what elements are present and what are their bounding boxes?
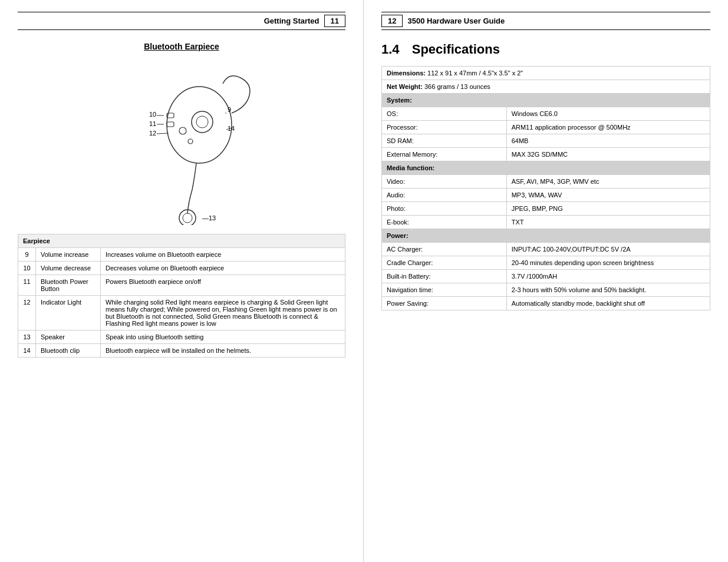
- system-header-row: System:: [382, 94, 710, 107]
- row-name: Speaker: [36, 330, 101, 344]
- row-name: Volume increase: [36, 248, 101, 262]
- row-name: Bluetooth Power Button: [36, 275, 101, 296]
- svg-point-2: [196, 116, 208, 128]
- left-header: Getting Started 11: [18, 12, 345, 30]
- left-page-number: 11: [324, 15, 345, 27]
- earpiece-row: 12 Indicator Light While charging solid …: [18, 296, 345, 330]
- right-page: 12 3500 Hardware User Guide 1.4 Specific…: [364, 0, 728, 562]
- system-header-cell: System:: [382, 94, 710, 107]
- earpiece-diagram: 10 11 12 9 14 —13: [18, 60, 345, 225]
- svg-text:12: 12: [149, 130, 156, 137]
- earpiece-row: 14 Bluetooth clip Bluetooth earpiece wil…: [18, 344, 345, 358]
- spec-table: Dimensions: 112 x 91 x 47mm / 4.5"x 3.5"…: [381, 66, 710, 310]
- left-header-title: Getting Started: [264, 16, 319, 25]
- spec-label: Power Saving:: [382, 297, 507, 310]
- row-num: 11: [18, 275, 36, 296]
- svg-text:—13: —13: [202, 214, 216, 222]
- spec-value: 20-40 minutes depending upon screen brig…: [506, 256, 710, 270]
- row-description: Bluetooth earpiece will be installed on …: [101, 344, 345, 358]
- svg-point-0: [167, 87, 232, 163]
- row-name: Indicator Light: [36, 296, 101, 330]
- spec-data-row: E-book: TXT: [382, 216, 710, 229]
- row-description: While charging solid Red light means ear…: [101, 296, 345, 330]
- dimensions-cell: Dimensions: 112 x 91 x 47mm / 4.5"x 3.5"…: [382, 67, 710, 80]
- spec-value: ASF, AVI, MP4, 3GP, WMV etc: [506, 175, 710, 189]
- spec-label: E-book:: [382, 216, 507, 229]
- right-page-number: 12: [381, 15, 403, 27]
- svg-point-6: [188, 139, 193, 144]
- row-name: Bluetooth clip: [36, 344, 101, 358]
- row-description: Increases volume on Bluetooth earpiece: [101, 248, 345, 262]
- dimensions-value: 112 x 91 x 47mm / 4.5"x 3.5" x 2": [427, 70, 523, 77]
- spec-value: INPUT:AC 100-240V,OUTPUT:DC 5V /2A: [506, 243, 710, 256]
- spec-label: Video:: [382, 175, 507, 189]
- spec-heading: 1.4 Specifications: [381, 42, 710, 57]
- spec-title: Specifications: [412, 42, 500, 57]
- weight-label: Net Weight:: [387, 83, 423, 90]
- spec-data-row: Video: ASF, AVI, MP4, 3GP, WMV etc: [382, 175, 710, 189]
- row-num: 13: [18, 330, 36, 344]
- earpiece-table-header-row: Earpiece: [18, 234, 345, 248]
- earpiece-row: 11 Bluetooth Power Button Powers Bluetoo…: [18, 275, 345, 296]
- svg-line-14: [157, 133, 169, 134]
- spec-value: ARM11 application processor @ 500MHz: [506, 121, 710, 134]
- power-header-cell: Power:: [382, 229, 710, 243]
- earpiece-table: Earpiece 9 Volume increase Increases vol…: [18, 234, 345, 358]
- row-num: 9: [18, 248, 36, 262]
- earpiece-svg: 10 11 12 9 14 —13: [93, 60, 270, 225]
- dimensions-row: Dimensions: 112 x 91 x 47mm / 4.5"x 3.5"…: [382, 67, 710, 80]
- spec-data-row: Power Saving: Automatically standby mode…: [382, 297, 710, 310]
- spec-label: Cradle Charger:: [382, 256, 507, 270]
- spec-value: JPEG, BMP, PNG: [506, 202, 710, 216]
- spec-data-row: OS: Windows CE6.0: [382, 107, 710, 121]
- spec-value: TXT: [506, 216, 710, 229]
- right-header: 12 3500 Hardware User Guide: [381, 12, 710, 30]
- media-header-cell: Media function:: [382, 161, 710, 175]
- row-num: 12: [18, 296, 36, 330]
- svg-text:9: 9: [228, 106, 231, 113]
- spec-label: SD RAM:: [382, 134, 507, 148]
- earpiece-row: 13 Speaker Speak into using Bluetooth se…: [18, 330, 345, 344]
- spec-label: Navigation time:: [382, 283, 507, 297]
- earpiece-row: 9 Volume increase Increases volume on Bl…: [18, 248, 345, 262]
- svg-point-8: [183, 213, 192, 223]
- row-description: Powers Bluetooth earpiece on/off: [101, 275, 345, 296]
- bluetooth-earpiece-title: Bluetooth Earpiece: [18, 42, 345, 51]
- media-header-row: Media function:: [382, 161, 710, 175]
- spec-data-row: Audio: MP3, WMA, WAV: [382, 189, 710, 202]
- row-description: Decreases volume on Bluetooth earpiece: [101, 262, 345, 275]
- row-name: Volume decrease: [36, 262, 101, 275]
- spec-label: External Memory:: [382, 148, 507, 161]
- spec-data-row: External Memory: MAX 32G SD/MMC: [382, 148, 710, 161]
- earpiece-table-header: Earpiece: [18, 234, 345, 248]
- spec-value: MAX 32G SD/MMC: [506, 148, 710, 161]
- dimensions-label: Dimensions:: [387, 70, 426, 77]
- spec-label: Built-in Battery:: [382, 270, 507, 283]
- svg-text:14: 14: [228, 125, 235, 132]
- svg-point-1: [192, 111, 213, 133]
- svg-rect-4: [167, 122, 174, 127]
- svg-point-5: [179, 127, 186, 134]
- right-header-title: 3500 Hardware User Guide: [407, 16, 505, 25]
- spec-label: Photo:: [382, 202, 507, 216]
- spec-data-row: Processor: ARM11 application processor @…: [382, 121, 710, 134]
- row-description: Speak into using Bluetooth setting: [101, 330, 345, 344]
- left-page: Getting Started 11 Bluetooth Earpiece: [0, 0, 364, 562]
- spec-label: Audio:: [382, 189, 507, 202]
- spec-value: Automatically standby mode, backlight sh…: [506, 297, 710, 310]
- svg-text:10: 10: [149, 111, 156, 118]
- spec-value: Windows CE6.0: [506, 107, 710, 121]
- section-number: 1.4: [381, 42, 400, 57]
- row-num: 10: [18, 262, 36, 275]
- spec-value: 64MB: [506, 134, 710, 148]
- spec-data-row: Built-in Battery: 3.7V /1000mAH: [382, 270, 710, 283]
- svg-text:11: 11: [149, 120, 156, 127]
- weight-row: Net Weight: 366 grams / 13 ounces: [382, 80, 710, 94]
- power-header-row: Power:: [382, 229, 710, 243]
- spec-data-row: Photo: JPEG, BMP, PNG: [382, 202, 710, 216]
- weight-value: 366 grams / 13 ounces: [424, 83, 490, 90]
- weight-cell: Net Weight: 366 grams / 13 ounces: [382, 80, 710, 94]
- spec-value: 3.7V /1000mAH: [506, 270, 710, 283]
- spec-data-row: SD RAM: 64MB: [382, 134, 710, 148]
- spec-data-row: Navigation time: 2-3 hours with 50% volu…: [382, 283, 710, 297]
